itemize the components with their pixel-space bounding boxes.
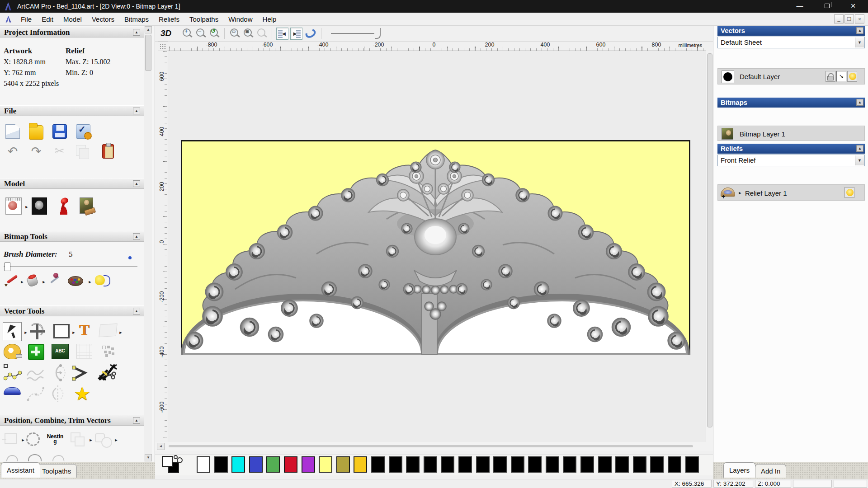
palette-swatch-17[interactable]: [493, 456, 507, 473]
transform-vectors-icon[interactable]: [29, 323, 46, 340]
save-file-icon[interactable]: [52, 124, 67, 139]
open-file-icon[interactable]: [29, 125, 43, 140]
scrollbar-thumb[interactable]: [707, 53, 712, 427]
bitmap-layer-row[interactable]: Bitmap Layer 1: [717, 126, 865, 141]
envelope-distortion-icon[interactable]: [99, 324, 117, 338]
menu-item-window[interactable]: Window: [223, 14, 257, 25]
palette-swatch-8[interactable]: [336, 456, 350, 473]
dropdown-arrow-icon[interactable]: ▼: [855, 155, 864, 165]
adjust-model-icon[interactable]: [32, 197, 47, 215]
palette-swatch-16[interactable]: [476, 456, 490, 473]
relief-select[interactable]: Front Relief ▼: [717, 155, 865, 166]
palette-swatch-9[interactable]: [354, 456, 367, 473]
expand-arrow-icon[interactable]: ►: [738, 191, 742, 195]
reliefs-section-header[interactable]: Reliefs ▲: [717, 144, 865, 154]
section-header-bitmap-tools[interactable]: Bitmap Tools ▲: [0, 231, 144, 242]
create-star-icon[interactable]: ★: [72, 384, 92, 404]
palette-swatch-27[interactable]: [668, 456, 681, 473]
create-text-icon[interactable]: T: [77, 321, 91, 336]
palette-swatch-15[interactable]: [458, 456, 472, 473]
bitmaps-section-header[interactable]: Bitmaps ▲: [717, 98, 865, 108]
tab-assistant[interactable]: Assistant: [1, 462, 40, 478]
palette-swatch-22[interactable]: [580, 456, 594, 473]
palette-swatch-23[interactable]: [598, 456, 612, 473]
palette-swatch-19[interactable]: [528, 456, 542, 473]
flyout-arrow-icon[interactable]: ►: [114, 438, 118, 442]
mdi-restore-button[interactable]: ❐: [844, 14, 854, 23]
scroll-left-icon[interactable]: ◄: [157, 443, 165, 450]
transfer-bitmap-right-button[interactable]: ►: [290, 28, 302, 40]
palette-swatch-7[interactable]: [319, 456, 332, 473]
section-header-model[interactable]: Model ▲: [0, 178, 144, 189]
layer-colour-swatch[interactable]: [722, 70, 734, 83]
restore-button[interactable]: [818, 0, 835, 13]
snap-layer-button[interactable]: ↘: [836, 71, 846, 82]
dropdown-arrow-icon[interactable]: ▼: [855, 38, 864, 47]
menu-item-toolpaths[interactable]: Toolpaths: [184, 14, 223, 25]
palette-swatch-28[interactable]: [685, 456, 699, 473]
create-rectangle-icon[interactable]: [53, 324, 70, 338]
set-model-size-icon[interactable]: [5, 197, 22, 215]
canvas-horizontal-scrollbar[interactable]: ◄: [155, 442, 713, 451]
flyout-arrow-icon[interactable]: ►: [89, 438, 93, 442]
relief-artwork[interactable]: [181, 140, 690, 355]
redo-icon[interactable]: ↷: [29, 144, 43, 159]
preferences-icon[interactable]: [76, 124, 90, 139]
paste-icon[interactable]: [102, 144, 114, 159]
flyout-arrow-icon[interactable]: ►: [20, 280, 24, 284]
cut-icon[interactable]: ✂: [52, 144, 67, 159]
palette-swatch-3[interactable]: [249, 456, 263, 473]
menu-item-edit[interactable]: Edit: [37, 14, 58, 25]
brush-slider-track[interactable]: [4, 266, 137, 267]
primary-colour-swatch[interactable]: [162, 456, 173, 467]
mdi-close-button[interactable]: ×: [855, 14, 864, 23]
ruler-origin-box[interactable]: [158, 42, 168, 51]
palette-swatch-2[interactable]: [231, 456, 245, 473]
palette-swatch-0[interactable]: [197, 456, 210, 473]
greyscale-image-icon[interactable]: [80, 197, 93, 214]
tab-add-in[interactable]: Add In: [755, 464, 786, 478]
palette-swatch-4[interactable]: [266, 456, 280, 473]
menu-item-help[interactable]: Help: [258, 14, 282, 25]
flyout-arrow-icon[interactable]: ►: [42, 280, 46, 284]
section-header-file[interactable]: File ▲: [0, 105, 144, 116]
menu-item-model[interactable]: Model: [58, 14, 87, 25]
collapse-icon[interactable]: ▲: [856, 27, 863, 34]
collapse-icon[interactable]: ▲: [133, 308, 140, 314]
palette-swatch-13[interactable]: [424, 456, 437, 473]
nesting-icon[interactable]: Nesting: [46, 434, 64, 449]
zoom-object-icon[interactable]: [256, 28, 268, 39]
lock-layer-button[interactable]: [826, 71, 835, 82]
free-sketch-icon[interactable]: [26, 364, 44, 382]
flyout-arrow-icon[interactable]: ►: [71, 330, 76, 335]
section-header-vector-tools[interactable]: Vector Tools ▲: [0, 305, 144, 316]
relief-layer-row[interactable]: + ► Relief Layer 1: [717, 184, 865, 201]
palette-swatch-26[interactable]: [650, 456, 664, 473]
zoom-out-icon[interactable]: −: [195, 28, 207, 39]
collapse-icon[interactable]: ▲: [856, 145, 863, 152]
palette-swatch-6[interactable]: [302, 456, 315, 473]
menu-item-bitmaps[interactable]: Bitmaps: [119, 14, 154, 25]
palette-swatch-12[interactable]: [406, 456, 420, 473]
measure-icon[interactable]: [4, 344, 21, 359]
collapse-icon[interactable]: ▲: [133, 108, 140, 114]
distort-vectors-icon[interactable]: [76, 344, 92, 359]
vector-layer-row[interactable]: Default Layer ↘: [717, 68, 865, 84]
paste-along-curve-icon[interactable]: [100, 344, 117, 359]
scrollbar-thumb[interactable]: [145, 35, 151, 71]
brush-slider-thumb[interactable]: [5, 263, 10, 271]
mdi-minimize-button[interactable]: _: [834, 14, 844, 23]
zoom-fit-icon[interactable]: ▣: [242, 28, 254, 39]
copy-icon[interactable]: [76, 145, 86, 156]
undo-icon[interactable]: ↶: [5, 144, 20, 159]
scroll-up-icon[interactable]: ▲: [145, 26, 152, 33]
colour-palette-icon[interactable]: [68, 273, 84, 288]
canvas-2d-view[interactable]: [168, 51, 706, 442]
palette-swatch-21[interactable]: [563, 456, 576, 473]
section-header-position-combine-trim[interactable]: Position, Combine, Trim Vectors ▲: [0, 415, 144, 426]
vector-library-icon[interactable]: ABC: [52, 344, 69, 359]
palette-swatch-11[interactable]: [389, 456, 402, 473]
create-arc-icon[interactable]: [49, 364, 67, 382]
create-polyline-icon[interactable]: [4, 364, 22, 382]
canvas-vertical-scrollbar[interactable]: [706, 51, 713, 442]
